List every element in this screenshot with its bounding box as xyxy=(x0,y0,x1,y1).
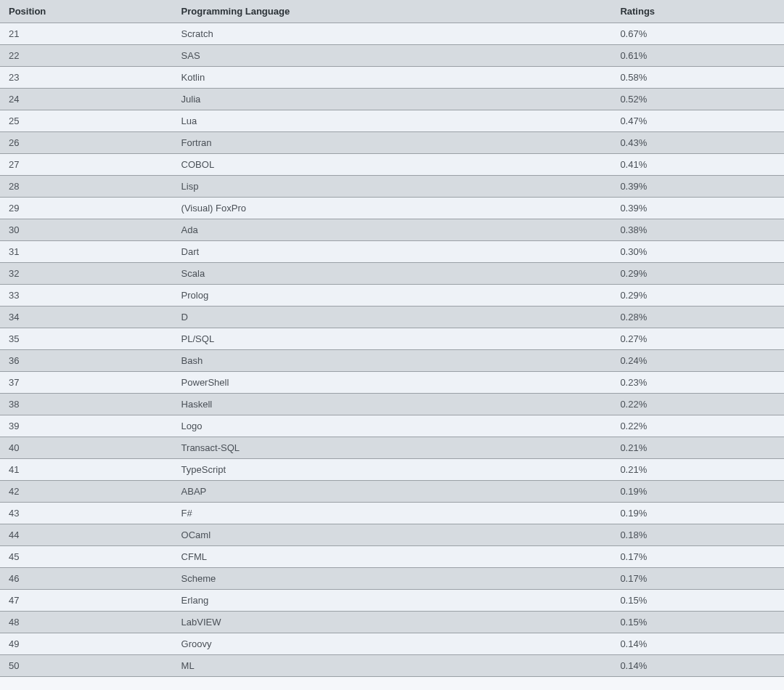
cell-language: Haskell xyxy=(173,394,612,415)
cell-position: 45 xyxy=(0,546,173,568)
table-row: 26Fortran0.43% xyxy=(0,132,784,154)
cell-language: Dart xyxy=(173,241,612,263)
language-rankings-table: Position Programming Language Ratings 21… xyxy=(0,0,784,677)
cell-language: Fortran xyxy=(173,132,612,154)
cell-language: Scala xyxy=(173,263,612,285)
cell-ratings: 0.38% xyxy=(611,219,784,241)
table-row: 35PL/SQL0.27% xyxy=(0,328,784,350)
cell-position: 46 xyxy=(0,568,173,590)
table-row: 31Dart0.30% xyxy=(0,241,784,263)
cell-position: 22 xyxy=(0,45,173,67)
cell-ratings: 0.17% xyxy=(611,546,784,568)
cell-language: TypeScript xyxy=(173,459,612,481)
cell-ratings: 0.19% xyxy=(611,481,784,503)
header-ratings: Ratings xyxy=(611,0,784,23)
cell-language: PL/SQL xyxy=(173,328,612,350)
cell-position: 21 xyxy=(0,23,173,45)
table-row: 42ABAP0.19% xyxy=(0,481,784,503)
table-row: 30Ada0.38% xyxy=(0,219,784,241)
cell-language: COBOL xyxy=(173,154,612,176)
table-row: 47Erlang0.15% xyxy=(0,590,784,612)
cell-position: 32 xyxy=(0,263,173,285)
table-row: 44OCaml0.18% xyxy=(0,524,784,546)
cell-ratings: 0.19% xyxy=(611,503,784,524)
cell-position: 23 xyxy=(0,67,173,89)
cell-language: OCaml xyxy=(173,524,612,546)
cell-position: 25 xyxy=(0,110,173,132)
cell-ratings: 0.43% xyxy=(611,132,784,154)
table-row: 22SAS0.61% xyxy=(0,45,784,67)
cell-position: 27 xyxy=(0,154,173,176)
table-row: 28Lisp0.39% xyxy=(0,176,784,198)
cell-language: PowerShell xyxy=(173,372,612,394)
cell-language: SAS xyxy=(173,45,612,67)
cell-language: Erlang xyxy=(173,590,612,612)
table-header-row: Position Programming Language Ratings xyxy=(0,0,784,23)
cell-position: 43 xyxy=(0,503,173,524)
cell-ratings: 0.67% xyxy=(611,23,784,45)
table-row: 39Logo0.22% xyxy=(0,415,784,437)
cell-ratings: 0.21% xyxy=(611,437,784,459)
cell-language: (Visual) FoxPro xyxy=(173,198,612,219)
cell-language: LabVIEW xyxy=(173,612,612,633)
cell-language: Lisp xyxy=(173,176,612,198)
table-row: 23Kotlin0.58% xyxy=(0,67,784,89)
table-row: 24Julia0.52% xyxy=(0,89,784,110)
cell-language: Bash xyxy=(173,350,612,372)
cell-position: 39 xyxy=(0,415,173,437)
cell-language: Scratch xyxy=(173,23,612,45)
cell-language: ML xyxy=(173,655,612,677)
cell-position: 50 xyxy=(0,655,173,677)
cell-position: 30 xyxy=(0,219,173,241)
cell-position: 44 xyxy=(0,524,173,546)
table-row: 27COBOL0.41% xyxy=(0,154,784,176)
cell-language: Julia xyxy=(173,89,612,110)
cell-ratings: 0.61% xyxy=(611,45,784,67)
cell-language: Kotlin xyxy=(173,67,612,89)
cell-language: F# xyxy=(173,503,612,524)
cell-position: 37 xyxy=(0,372,173,394)
cell-ratings: 0.39% xyxy=(611,176,784,198)
cell-position: 31 xyxy=(0,241,173,263)
table-row: 38Haskell0.22% xyxy=(0,394,784,415)
table-row: 33Prolog0.29% xyxy=(0,285,784,307)
cell-language: Transact-SQL xyxy=(173,437,612,459)
cell-ratings: 0.18% xyxy=(611,524,784,546)
cell-ratings: 0.23% xyxy=(611,372,784,394)
cell-position: 49 xyxy=(0,633,173,655)
table-row: 48LabVIEW0.15% xyxy=(0,612,784,633)
cell-ratings: 0.21% xyxy=(611,459,784,481)
table-row: 29(Visual) FoxPro0.39% xyxy=(0,198,784,219)
cell-ratings: 0.30% xyxy=(611,241,784,263)
cell-language: Lua xyxy=(173,110,612,132)
cell-ratings: 0.29% xyxy=(611,285,784,307)
table-row: 25Lua0.47% xyxy=(0,110,784,132)
header-language: Programming Language xyxy=(173,0,612,23)
cell-ratings: 0.58% xyxy=(611,67,784,89)
cell-language: Ada xyxy=(173,219,612,241)
table-row: 45CFML0.17% xyxy=(0,546,784,568)
cell-ratings: 0.41% xyxy=(611,154,784,176)
cell-language: Prolog xyxy=(173,285,612,307)
cell-position: 24 xyxy=(0,89,173,110)
cell-ratings: 0.14% xyxy=(611,633,784,655)
cell-position: 40 xyxy=(0,437,173,459)
cell-ratings: 0.28% xyxy=(611,307,784,328)
table-row: 40Transact-SQL0.21% xyxy=(0,437,784,459)
cell-position: 26 xyxy=(0,132,173,154)
cell-ratings: 0.39% xyxy=(611,198,784,219)
cell-ratings: 0.47% xyxy=(611,110,784,132)
cell-language: Groovy xyxy=(173,633,612,655)
cell-ratings: 0.52% xyxy=(611,89,784,110)
cell-ratings: 0.15% xyxy=(611,612,784,633)
cell-ratings: 0.24% xyxy=(611,350,784,372)
table-row: 49Groovy0.14% xyxy=(0,633,784,655)
table-row: 21Scratch0.67% xyxy=(0,23,784,45)
cell-ratings: 0.17% xyxy=(611,568,784,590)
cell-position: 33 xyxy=(0,285,173,307)
table-row: 37PowerShell0.23% xyxy=(0,372,784,394)
cell-ratings: 0.14% xyxy=(611,655,784,677)
cell-ratings: 0.15% xyxy=(611,590,784,612)
cell-position: 41 xyxy=(0,459,173,481)
table-row: 43F#0.19% xyxy=(0,503,784,524)
